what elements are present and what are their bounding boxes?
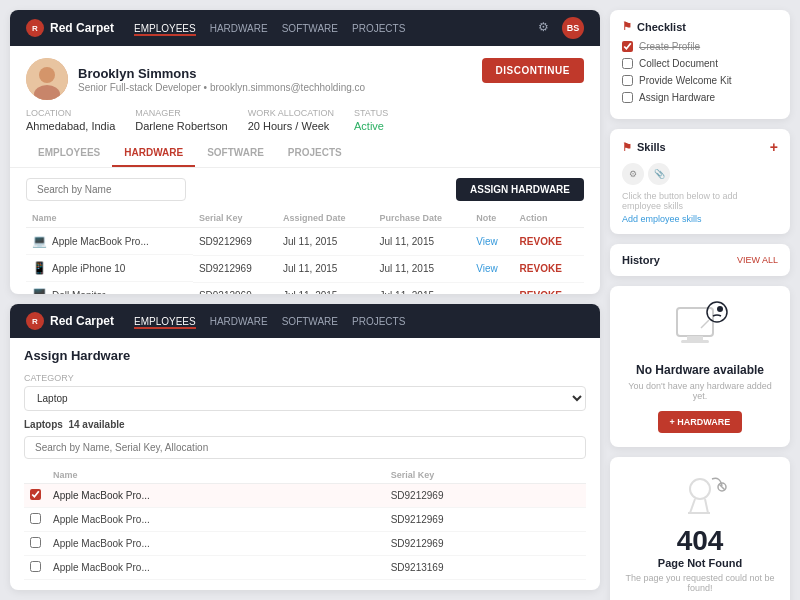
bottom-nav-software[interactable]: SOFTWARE xyxy=(282,314,338,329)
checklist-checkbox[interactable] xyxy=(622,58,633,69)
modal-row-serial: SD9212969 xyxy=(385,508,586,532)
checklist-checkbox[interactable] xyxy=(622,41,633,52)
modal-row-checkbox[interactable] xyxy=(30,537,41,548)
tab-bar: EMPLOYEES HARDWARE SOFTWARE PROJECTS xyxy=(10,140,600,168)
modal-row-checkbox[interactable] xyxy=(30,561,41,572)
bottom-brand-icon: R xyxy=(26,312,44,330)
hw-purchase-date: Jul 11, 2015 xyxy=(374,255,471,282)
modal-row-checkbox[interactable] xyxy=(30,513,41,524)
profile-avatar xyxy=(26,58,68,100)
hw-name-cell: 💻 Apple MacBook Pro... xyxy=(26,228,193,255)
hw-name-cell: 🖥️ Dell Monitor xyxy=(26,282,193,294)
bottom-nav-links: EMPLOYEES HARDWARE SOFTWARE PROJECTS xyxy=(134,314,405,329)
add-skills-link[interactable]: Add employee skills xyxy=(622,214,778,224)
status-label: Status xyxy=(354,108,388,118)
work-label: Work Allocation xyxy=(248,108,334,118)
status-value: Active xyxy=(354,120,388,132)
meta-manager: Manager Darlene Robertson xyxy=(135,108,227,132)
modal-row-checkbox-cell[interactable] xyxy=(24,532,47,556)
tab-hardware[interactable]: HARDWARE xyxy=(112,140,195,167)
modal-row-serial: SD9212969 xyxy=(385,532,586,556)
category-select[interactable]: Laptop xyxy=(24,386,586,411)
checklist-card: ⚑ Checklist Create Profile Collect Docum… xyxy=(610,10,790,119)
hw-assigned-date: Jul 11, 2015 xyxy=(277,282,374,294)
nav-hardware[interactable]: HARDWARE xyxy=(210,21,268,36)
skill-badge-2: 📎 xyxy=(648,163,670,185)
modal-row-checkbox[interactable] xyxy=(30,489,41,500)
hw-assigned-date: Jul 11, 2015 xyxy=(277,228,374,256)
hw-action[interactable]: REVOKE xyxy=(514,282,584,294)
bottom-nav-hardware[interactable]: HARDWARE xyxy=(210,314,268,329)
hw-action[interactable]: REVOKE xyxy=(514,228,584,256)
bottom-brand: R Red Carpet xyxy=(26,312,114,330)
modal-search-input[interactable] xyxy=(24,436,586,459)
hw-assigned-date: Jul 11, 2015 xyxy=(277,255,374,282)
checklist-label: Assign Hardware xyxy=(639,92,715,103)
add-hardware-button[interactable]: + HARDWARE xyxy=(658,411,743,433)
assign-hardware-button[interactable]: ASSIGN HARDWARE xyxy=(456,178,584,201)
table-row: 📱 Apple iPhone 10 SD9212969 Jul 11, 2015… xyxy=(26,255,584,282)
discontinue-button[interactable]: DISCONTINUE xyxy=(482,58,584,83)
modal-row-checkbox-cell[interactable] xyxy=(24,484,47,508)
svg-point-7 xyxy=(717,306,723,312)
modal-table-row: Apple MacBook Pro... SD9212969 xyxy=(24,532,586,556)
modal-row-checkbox-cell[interactable] xyxy=(24,508,47,532)
tab-projects[interactable]: PROJECTS xyxy=(276,140,354,167)
hw-serial: SD9212969 xyxy=(193,282,277,294)
add-skill-icon[interactable]: + xyxy=(770,139,778,155)
hw-note[interactable]: View xyxy=(470,255,513,282)
available-count: Laptops 14 available xyxy=(24,419,586,430)
nav-employees[interactable]: EMPLOYEES xyxy=(134,21,196,36)
col-action: Action xyxy=(514,209,584,228)
manager-label: Manager xyxy=(135,108,227,118)
modal-row-serial: SD9213169 xyxy=(385,556,586,580)
history-row: History VIEW ALL xyxy=(622,254,778,266)
error-code: 404 xyxy=(622,527,778,555)
nav-projects[interactable]: PROJECTS xyxy=(352,21,405,36)
modal-row-checkbox-cell[interactable] xyxy=(24,556,47,580)
modal-col-serial: Serial Key xyxy=(385,467,586,484)
tab-employees[interactable]: EMPLOYEES xyxy=(26,140,112,167)
hw-serial: SD9212969 xyxy=(193,255,277,282)
svg-line-9 xyxy=(690,499,695,513)
settings-icon[interactable]: ⚙ xyxy=(538,20,554,36)
history-card: History VIEW ALL xyxy=(610,244,790,276)
history-title: History xyxy=(622,254,660,266)
svg-line-10 xyxy=(705,499,708,513)
checklist-item: Create Profile xyxy=(622,41,778,52)
hardware-table: Name Serial Key Assigned Date Purchase D… xyxy=(26,209,584,294)
search-input[interactable] xyxy=(26,178,186,201)
hw-note: - xyxy=(470,282,513,294)
checklist-items: Create Profile Collect Document Provide … xyxy=(622,41,778,103)
employee-name: Brooklyn Simmons xyxy=(78,66,365,81)
svg-point-8 xyxy=(690,479,710,499)
assign-modal-area: Assign Hardware Category Laptop Laptops … xyxy=(10,338,600,590)
view-all-button[interactable]: VIEW ALL xyxy=(737,255,778,265)
bottom-nav-employees[interactable]: EMPLOYEES xyxy=(134,314,196,329)
search-assign-row: ASSIGN HARDWARE xyxy=(26,178,584,201)
work-value: 20 Hours / Week xyxy=(248,120,334,132)
hw-action[interactable]: REVOKE xyxy=(514,255,584,282)
skills-placeholder: Click the button below to add employee s… xyxy=(622,191,778,211)
bottom-brand-label: Red Carpet xyxy=(50,314,114,328)
checklist-checkbox[interactable] xyxy=(622,92,633,103)
bottom-nav-projects[interactable]: PROJECTS xyxy=(352,314,405,329)
checklist-item: Provide Welcome Kit xyxy=(622,75,778,86)
skill-badges: ⚙ 📎 xyxy=(622,163,778,185)
user-avatar[interactable]: BS xyxy=(562,17,584,39)
tab-software[interactable]: SOFTWARE xyxy=(195,140,276,167)
modal-col-name: Name xyxy=(47,467,385,484)
checklist-checkbox[interactable] xyxy=(622,75,633,86)
meta-location: Location Ahmedabad, India xyxy=(26,108,115,132)
brand-label: Red Carpet xyxy=(50,21,114,35)
hw-note[interactable]: View xyxy=(470,228,513,256)
hw-purchase-date: Jul 11, 2015 xyxy=(374,282,471,294)
nav-software[interactable]: SOFTWARE xyxy=(282,21,338,36)
svg-point-1 xyxy=(39,67,55,83)
bottom-navbar: R Red Carpet EMPLOYEES HARDWARE SOFTWARE… xyxy=(10,304,600,338)
location-value: Ahmedabad, India xyxy=(26,120,115,132)
svg-rect-5 xyxy=(681,340,709,343)
modal-table: Name Serial Key Apple MacBook Pro... SD9… xyxy=(24,467,586,580)
profile-section: Brooklyn Simmons Senior Full-stack Devel… xyxy=(10,46,600,108)
employee-role: Senior Full-stack Developer • brooklyn.s… xyxy=(78,82,365,93)
